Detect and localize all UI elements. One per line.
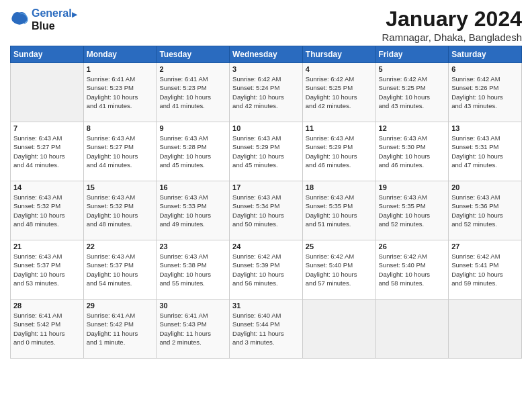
day-info: Sunrise: 6:43 AM Sunset: 5:34 PM Dayligh… [232,193,300,228]
day-info: Sunrise: 6:43 AM Sunset: 5:37 PM Dayligh… [87,252,154,287]
day-cell: 20Sunrise: 6:43 AM Sunset: 5:36 PM Dayli… [449,181,522,240]
week-row-3: 14Sunrise: 6:43 AM Sunset: 5:32 PM Dayli… [11,181,522,240]
day-number: 20 [451,183,519,191]
day-info: Sunrise: 6:42 AM Sunset: 5:24 PM Dayligh… [232,75,300,110]
day-cell [11,63,84,122]
week-row-2: 7Sunrise: 6:43 AM Sunset: 5:27 PM Daylig… [11,122,522,181]
weekday-saturday: Saturday [449,46,522,63]
day-info: Sunrise: 6:42 AM Sunset: 5:41 PM Dayligh… [451,252,519,287]
day-number: 29 [87,302,154,310]
weekday-wednesday: Wednesday [230,46,303,63]
day-number: 17 [232,183,300,191]
day-number: 9 [159,124,226,132]
weekday-thursday: Thursday [302,46,375,63]
day-number: 24 [232,242,300,250]
day-number: 12 [379,124,446,132]
day-cell [375,300,449,359]
week-row-1: 1Sunrise: 6:41 AM Sunset: 5:23 PM Daylig… [11,63,522,122]
day-cell: 12Sunrise: 6:43 AM Sunset: 5:30 PM Dayli… [375,122,449,181]
logo-text: General▶ Blue [32,7,77,32]
day-cell: 1Sunrise: 6:41 AM Sunset: 5:23 PM Daylig… [83,63,157,122]
logo: General▶ Blue [10,7,77,32]
week-row-4: 21Sunrise: 6:43 AM Sunset: 5:37 PM Dayli… [11,240,522,300]
day-info: Sunrise: 6:43 AM Sunset: 5:35 PM Dayligh… [306,193,373,228]
day-cell: 23Sunrise: 6:43 AM Sunset: 5:38 PM Dayli… [157,240,230,300]
month-title: January 2024 [382,7,522,32]
day-cell: 15Sunrise: 6:43 AM Sunset: 5:32 PM Dayli… [83,181,157,240]
weekday-monday: Monday [83,46,157,63]
day-number: 15 [87,183,154,191]
day-cell [302,300,375,359]
weekday-friday: Friday [375,46,449,63]
day-number: 13 [451,124,519,132]
day-info: Sunrise: 6:41 AM Sunset: 5:23 PM Dayligh… [159,75,226,110]
day-cell: 14Sunrise: 6:43 AM Sunset: 5:32 PM Dayli… [11,181,84,240]
day-info: Sunrise: 6:42 AM Sunset: 5:40 PM Dayligh… [379,252,446,287]
day-number: 16 [159,183,226,191]
day-info: Sunrise: 6:43 AM Sunset: 5:36 PM Dayligh… [451,193,519,228]
day-info: Sunrise: 6:42 AM Sunset: 5:25 PM Dayligh… [379,75,446,110]
day-info: Sunrise: 6:43 AM Sunset: 5:27 PM Dayligh… [87,134,154,169]
day-number: 5 [379,65,446,73]
week-row-5: 28Sunrise: 6:41 AM Sunset: 5:42 PM Dayli… [11,300,522,359]
day-number: 10 [232,124,300,132]
day-cell: 9Sunrise: 6:43 AM Sunset: 5:28 PM Daylig… [157,122,230,181]
logo-icon [10,10,29,29]
logo-blue: Blue [32,19,77,32]
day-info: Sunrise: 6:43 AM Sunset: 5:27 PM Dayligh… [13,134,81,169]
day-cell: 17Sunrise: 6:43 AM Sunset: 5:34 PM Dayli… [230,181,303,240]
day-number: 26 [379,242,446,250]
day-cell: 6Sunrise: 6:42 AM Sunset: 5:26 PM Daylig… [449,63,522,122]
day-cell: 11Sunrise: 6:43 AM Sunset: 5:29 PM Dayli… [302,122,375,181]
day-cell: 31Sunrise: 6:40 AM Sunset: 5:44 PM Dayli… [230,300,303,359]
day-cell: 2Sunrise: 6:41 AM Sunset: 5:23 PM Daylig… [157,63,230,122]
day-number: 25 [306,242,373,250]
day-number: 21 [13,242,81,250]
day-info: Sunrise: 6:43 AM Sunset: 5:32 PM Dayligh… [87,193,154,228]
day-cell: 30Sunrise: 6:41 AM Sunset: 5:43 PM Dayli… [157,300,230,359]
day-number: 8 [87,124,154,132]
day-number: 11 [306,124,373,132]
day-cell: 26Sunrise: 6:42 AM Sunset: 5:40 PM Dayli… [375,240,449,300]
day-cell: 25Sunrise: 6:42 AM Sunset: 5:40 PM Dayli… [302,240,375,300]
day-number: 3 [232,65,300,73]
day-number: 1 [87,65,154,73]
day-number: 31 [232,302,300,310]
day-number: 2 [159,65,226,73]
location: Ramnagar, Dhaka, Bangladesh [382,32,522,43]
day-info: Sunrise: 6:41 AM Sunset: 5:42 PM Dayligh… [87,311,154,347]
day-info: Sunrise: 6:43 AM Sunset: 5:29 PM Dayligh… [232,134,300,169]
weekday-sunday: Sunday [11,46,84,63]
day-number: 14 [13,183,81,191]
weekday-header-row: SundayMondayTuesdayWednesdayThursdayFrid… [11,46,522,63]
day-info: Sunrise: 6:43 AM Sunset: 5:32 PM Dayligh… [13,193,81,228]
day-number: 28 [13,302,81,310]
calendar-table: SundayMondayTuesdayWednesdayThursdayFrid… [10,46,522,359]
main-container: General▶ Blue January 2024 Ramnagar, Dha… [0,0,532,365]
day-info: Sunrise: 6:43 AM Sunset: 5:37 PM Dayligh… [13,252,81,287]
day-cell: 7Sunrise: 6:43 AM Sunset: 5:27 PM Daylig… [11,122,84,181]
day-number: 19 [379,183,446,191]
logo-general: General [32,7,72,19]
day-info: Sunrise: 6:41 AM Sunset: 5:43 PM Dayligh… [159,311,226,347]
day-number: 30 [159,302,226,310]
day-info: Sunrise: 6:42 AM Sunset: 5:25 PM Dayligh… [306,75,373,110]
day-cell: 24Sunrise: 6:42 AM Sunset: 5:39 PM Dayli… [230,240,303,300]
day-cell: 27Sunrise: 6:42 AM Sunset: 5:41 PM Dayli… [449,240,522,300]
day-info: Sunrise: 6:42 AM Sunset: 5:39 PM Dayligh… [232,252,300,287]
day-info: Sunrise: 6:43 AM Sunset: 5:28 PM Dayligh… [159,134,226,169]
day-info: Sunrise: 6:43 AM Sunset: 5:38 PM Dayligh… [159,252,226,287]
day-cell: 29Sunrise: 6:41 AM Sunset: 5:42 PM Dayli… [83,300,157,359]
day-info: Sunrise: 6:40 AM Sunset: 5:44 PM Dayligh… [232,311,300,347]
day-cell [449,300,522,359]
day-info: Sunrise: 6:41 AM Sunset: 5:42 PM Dayligh… [13,311,81,347]
title-block: January 2024 Ramnagar, Dhaka, Bangladesh [382,7,522,43]
day-number: 23 [159,242,226,250]
day-number: 27 [451,242,519,250]
day-info: Sunrise: 6:43 AM Sunset: 5:35 PM Dayligh… [379,193,446,228]
day-cell: 3Sunrise: 6:42 AM Sunset: 5:24 PM Daylig… [230,63,303,122]
day-number: 22 [87,242,154,250]
day-cell: 4Sunrise: 6:42 AM Sunset: 5:25 PM Daylig… [302,63,375,122]
day-cell: 22Sunrise: 6:43 AM Sunset: 5:37 PM Dayli… [83,240,157,300]
day-cell: 18Sunrise: 6:43 AM Sunset: 5:35 PM Dayli… [302,181,375,240]
